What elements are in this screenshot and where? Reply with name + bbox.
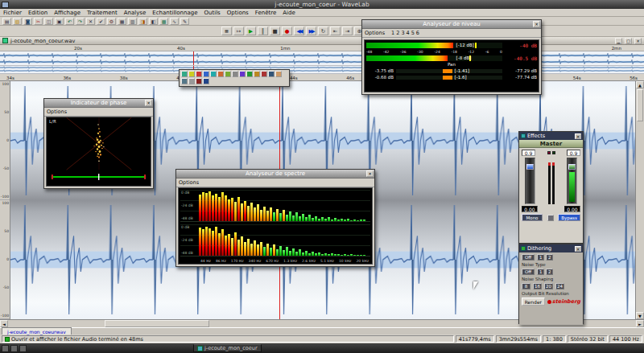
preset-button[interactable]: 3 bbox=[401, 30, 404, 36]
scroll-right-button[interactable]: ► bbox=[636, 320, 644, 327]
menu-item[interactable]: Aide bbox=[283, 10, 295, 16]
status-zoom[interactable]: 1: 380 bbox=[543, 335, 566, 343]
fader-value-right[interactable]: 0.00 bbox=[564, 206, 580, 212]
transport-button[interactable]: ↻ bbox=[318, 27, 328, 35]
palette-tool-icon[interactable] bbox=[210, 71, 217, 77]
close-icon[interactable]: ✕ bbox=[145, 100, 152, 106]
toolbar-icon[interactable]: ⚙ bbox=[107, 18, 116, 25]
transport-button[interactable]: ● bbox=[282, 27, 292, 35]
toolbar-icon[interactable]: ▣ bbox=[55, 18, 64, 25]
noise-shaping-button[interactable]: 1 bbox=[537, 269, 544, 275]
preset-button[interactable]: 6 bbox=[416, 30, 419, 36]
clip-led-left[interactable] bbox=[547, 151, 551, 154]
link-button[interactable] bbox=[547, 215, 554, 221]
toolbar-icon[interactable]: ∿ bbox=[170, 18, 179, 25]
dithering-titlebar[interactable]: Dithering ✕ bbox=[519, 244, 583, 252]
close-icon[interactable]: ✕ bbox=[366, 170, 374, 177]
palette-tool-icon[interactable] bbox=[188, 71, 195, 77]
menu-item[interactable]: Analyse bbox=[124, 10, 147, 16]
palette-tool-icon[interactable] bbox=[181, 78, 188, 84]
menu-item[interactable]: Affichage bbox=[54, 10, 80, 16]
doc-minimize-button[interactable]: ▁ bbox=[615, 38, 622, 44]
preset-button[interactable]: 4 bbox=[407, 30, 410, 36]
dither-off-button[interactable]: Off bbox=[522, 254, 535, 261]
preset-button[interactable]: 2 bbox=[396, 30, 399, 36]
effects-master-window[interactable]: Effects ✕ Master 0.9 0.9 0.00 0.00 Mono bbox=[518, 131, 584, 244]
overview-waveform-small[interactable] bbox=[0, 66, 644, 74]
toolbar-icon[interactable]: ▧ bbox=[13, 18, 22, 25]
transport-button[interactable]: ▶ bbox=[246, 27, 256, 35]
close-icon[interactable]: ✕ bbox=[575, 246, 581, 252]
palette-tool-icon[interactable] bbox=[203, 71, 209, 77]
fader-left[interactable] bbox=[525, 158, 535, 204]
transport-button[interactable]: ≣ bbox=[221, 27, 232, 35]
launcher-icon[interactable] bbox=[19, 345, 27, 352]
close-icon[interactable]: ✕ bbox=[533, 21, 540, 27]
fader-right[interactable] bbox=[567, 158, 577, 204]
toolbar-icon[interactable]: ▤ bbox=[2, 18, 11, 25]
toolbar-icon[interactable]: ✕ bbox=[86, 18, 95, 25]
fader-handle[interactable] bbox=[526, 164, 534, 170]
scroll-down-button[interactable]: ▼ bbox=[636, 312, 644, 319]
menu-item[interactable]: Outils bbox=[204, 10, 221, 16]
palette-tool-icon[interactable] bbox=[239, 71, 246, 77]
palette-tool-icon[interactable] bbox=[254, 71, 260, 77]
transport-button[interactable]: ■ bbox=[270, 27, 280, 35]
level-analyzer-window[interactable]: Analyseur de niveau ✕ Options 123456 [-1… bbox=[361, 19, 542, 95]
toolbar-icon[interactable]: ◨ bbox=[138, 18, 147, 25]
menu-item[interactable]: Echantillonnage bbox=[152, 10, 197, 16]
doc-maximize-button[interactable]: ▢ bbox=[625, 38, 632, 44]
fader-value-left[interactable]: 0.00 bbox=[522, 206, 538, 212]
bypass-button[interactable]: Bypass bbox=[558, 214, 580, 221]
dithering-window[interactable]: Dithering ✕ Off 12 Noise Type Off 12 Noi… bbox=[518, 244, 584, 324]
transport-button[interactable]: ↦ bbox=[233, 27, 244, 35]
taskbar-task-button[interactable]: j-ecoute_mon_coeur bbox=[193, 344, 262, 352]
palette-tool-icon[interactable] bbox=[196, 71, 202, 77]
options-menu[interactable]: Options bbox=[179, 179, 199, 186]
overview-time-ruler[interactable]: 20s40s1mn1mn20s1mn40s2mn bbox=[0, 45, 644, 51]
bit-resolution-button[interactable]: 20 bbox=[544, 283, 553, 289]
transport-button[interactable]: ⇥ bbox=[342, 27, 353, 35]
palette-tool-icon[interactable] bbox=[196, 78, 202, 84]
preset-button[interactable]: 5 bbox=[411, 30, 415, 36]
toolbar-icon[interactable]: ▦ bbox=[118, 18, 126, 25]
menu-item[interactable]: Fenêtre bbox=[255, 10, 276, 16]
vertical-scrollbar[interactable]: ▲ ▼ bbox=[635, 81, 644, 319]
bit-resolution-button[interactable]: 24 bbox=[555, 283, 564, 289]
spectrum-analyzer-window[interactable]: Analyseur de spectre ✕ Options 0 dB-24 d… bbox=[175, 169, 375, 267]
dither-type-button[interactable]: 1 bbox=[537, 254, 544, 261]
toolbar-icon[interactable]: ✔ bbox=[97, 18, 105, 25]
render-button[interactable]: Render bbox=[522, 298, 545, 306]
toolbar-icon[interactable]: ↷ bbox=[76, 18, 85, 25]
toolbar-icon[interactable]: ↶ bbox=[65, 18, 74, 25]
phase-scope-titlebar[interactable]: Indicateur de phase ✕ bbox=[44, 99, 153, 108]
palette-tool-icon[interactable] bbox=[188, 78, 195, 84]
vertical-scroll-thumb[interactable] bbox=[637, 89, 643, 121]
toolbar-icon[interactable]: ✂ bbox=[34, 18, 43, 25]
menu-item[interactable]: Traitement bbox=[87, 10, 118, 16]
level-ruler[interactable]: 100500-50-100 100500-50-100 bbox=[0, 81, 10, 319]
horizontal-scroll-thumb[interactable] bbox=[105, 320, 209, 327]
launcher-icon[interactable] bbox=[2, 345, 9, 352]
toolbar-icon[interactable]: ▩ bbox=[159, 18, 168, 25]
palette-tool-icon[interactable] bbox=[203, 78, 209, 84]
menu-item[interactable]: Edition bbox=[28, 10, 47, 16]
transport-button[interactable]: ▶▶ bbox=[306, 27, 316, 35]
launcher-icon[interactable] bbox=[10, 345, 18, 352]
transport-button[interactable]: ⇤ bbox=[330, 27, 341, 35]
toolbar-icon[interactable]: ◫ bbox=[44, 18, 53, 25]
gain-display-left[interactable]: 0.9 bbox=[522, 150, 535, 156]
palette-tool-icon[interactable] bbox=[181, 71, 188, 77]
palette-tool-icon[interactable] bbox=[246, 71, 253, 77]
fader-handle[interactable] bbox=[568, 164, 576, 170]
toolbar-icon[interactable]: ◧ bbox=[149, 18, 158, 25]
phase-scope-window[interactable]: Indicateur de phase ✕ Options L/R bbox=[43, 98, 154, 189]
level-analyzer-titlebar[interactable]: Analyseur de niveau ✕ bbox=[362, 20, 541, 29]
menu-item[interactable]: Options bbox=[227, 10, 249, 16]
dither-type-button[interactable]: 2 bbox=[546, 254, 553, 261]
tool-palette-window[interactable] bbox=[179, 69, 290, 87]
scroll-left-button[interactable]: ◄ bbox=[0, 320, 8, 327]
palette-tool-icon[interactable] bbox=[225, 71, 231, 77]
spectrum-analyzer-titlebar[interactable]: Analyseur de spectre ✕ bbox=[176, 170, 374, 179]
transport-button[interactable]: ║ bbox=[258, 27, 268, 35]
